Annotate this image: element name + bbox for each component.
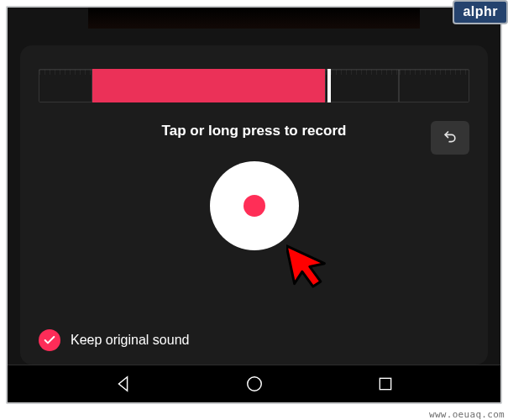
svg-point-0: [248, 377, 262, 391]
record-timeline[interactable]: [39, 69, 469, 102]
video-thumbnail-peek: [88, 8, 420, 29]
timeline-recorded-fill: [92, 69, 325, 102]
record-button[interactable]: [210, 161, 299, 250]
svg-rect-1: [380, 378, 390, 389]
record-dot-icon: [244, 195, 265, 217]
nav-back-button[interactable]: [114, 375, 133, 393]
record-instruction-text: Tap or long press to record: [162, 123, 347, 139]
undo-icon: [442, 128, 458, 148]
timeline-segment: [39, 69, 92, 102]
record-panel: Tap or long press to record: [20, 45, 488, 365]
timeline-segment: [399, 69, 469, 102]
alphr-badge: alphr: [453, 0, 508, 24]
keep-sound-label: Keep original sound: [71, 333, 189, 348]
android-nav-bar: [8, 365, 500, 402]
timeline-playhead[interactable]: [327, 69, 331, 102]
nav-recents-button[interactable]: [377, 375, 394, 392]
nav-home-button[interactable]: [245, 375, 264, 393]
app-frame: Tap or long press to record: [6, 6, 502, 404]
timeline-segment: [325, 69, 399, 102]
watermark-text: www.oeuaq.com: [429, 409, 505, 420]
undo-button[interactable]: [431, 121, 469, 155]
checkbox-checked-icon: [39, 329, 60, 351]
keep-sound-toggle[interactable]: Keep original sound: [39, 329, 189, 351]
